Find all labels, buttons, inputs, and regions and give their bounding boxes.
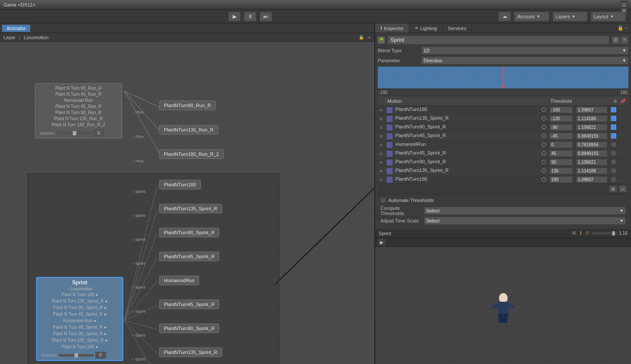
motion-value-cell[interactable]: 1.09607 bbox=[574, 106, 609, 115]
services-tab[interactable]: Services bbox=[443, 24, 472, 33]
node-plantturn90-run[interactable]: PlantNTurn90_Run_R bbox=[159, 101, 216, 110]
motion-circle[interactable] bbox=[542, 108, 546, 112]
motion-name-cell[interactable]: PlantNTurn135_Sprint_R bbox=[385, 115, 540, 123]
inspector-tab[interactable]: ℹ Inspector bbox=[375, 24, 409, 33]
sprint-node-7[interactable]: PlantNTurn90_Sprint_R bbox=[159, 324, 219, 333]
motion-speed-value[interactable]: 1.106621 bbox=[576, 124, 607, 131]
motion-threshold-cell[interactable]: -90 bbox=[548, 123, 574, 132]
compute-thresholds-dropdown[interactable]: Select ▼ bbox=[424, 207, 626, 215]
motion-check-cell[interactable] bbox=[609, 132, 628, 141]
motion-table-container[interactable]: Motion Threshold ⚙ 📌 bbox=[378, 97, 628, 184]
motion-circle[interactable] bbox=[542, 151, 546, 155]
table-row[interactable]: = PlantNTurn180 180 1.09607 bbox=[378, 175, 628, 184]
sprint-node-5[interactable]: HumanoidRun bbox=[159, 276, 199, 285]
node-plantturn180-run[interactable]: PlantNTurn180_Run_R_2 bbox=[159, 149, 224, 159]
sprint-node-4[interactable]: PlantNTurn45_Sprint_R bbox=[159, 252, 219, 261]
motion-threshold-value[interactable]: -180 bbox=[550, 107, 573, 113]
motion-check-on[interactable] bbox=[611, 125, 616, 130]
blend-graph[interactable] bbox=[378, 67, 628, 88]
layout-dropdown[interactable]: Layout ▼ bbox=[591, 12, 626, 21]
motion-circle-cell[interactable] bbox=[540, 141, 548, 149]
motion-value-cell[interactable]: 1.09607 bbox=[574, 175, 609, 184]
motion-threshold-value[interactable]: -135 bbox=[550, 115, 573, 122]
inspector-help-btn[interactable]: ? bbox=[621, 36, 628, 44]
motion-circle[interactable] bbox=[542, 116, 546, 121]
direction-slider-sprint[interactable] bbox=[59, 354, 94, 357]
motion-check-cell[interactable] bbox=[609, 123, 628, 132]
motion-check-on[interactable] bbox=[611, 133, 616, 138]
motion-name-cell[interactable]: PlantNTurn45_Sprint_R bbox=[385, 149, 540, 158]
prev-ctrl-walk[interactable]: 🚶 bbox=[578, 231, 584, 236]
motion-check-on[interactable] bbox=[611, 116, 616, 121]
motion-threshold-cell[interactable]: 180 bbox=[548, 175, 574, 184]
animator-canvas[interactable]: Plant N Turn 90_Run_R Plant N Turn 45_Ru… bbox=[0, 42, 374, 364]
motion-threshold-cell[interactable]: 135 bbox=[548, 167, 574, 175]
remove-motion-button[interactable]: − bbox=[619, 185, 627, 192]
table-row[interactable]: = PlantNTurn90_Sprint_R -90 1.106621 bbox=[378, 123, 628, 132]
motion-threshold-value[interactable]: 135 bbox=[550, 168, 573, 174]
motion-speed-value[interactable]: 0.8849155 bbox=[576, 150, 607, 157]
node-plantturn135-run[interactable]: PlantNTurn135_Run_R bbox=[159, 125, 218, 135]
motion-circle[interactable] bbox=[542, 160, 546, 164]
minus-icon[interactable]: − bbox=[367, 34, 371, 41]
motion-name-cell[interactable]: HumanoidRun bbox=[385, 141, 540, 149]
motion-circle-cell[interactable] bbox=[540, 123, 548, 132]
motion-name-cell[interactable]: PlantNTurn135_Sprint_R bbox=[385, 167, 540, 175]
motion-value-cell[interactable]: 1.114186 bbox=[574, 167, 609, 175]
motion-value-cell[interactable]: 1.106621 bbox=[574, 123, 609, 132]
motion-threshold-cell[interactable]: 45 bbox=[548, 149, 574, 158]
motion-value-cell[interactable]: 1.114186 bbox=[574, 115, 609, 123]
sprint-node-8[interactable]: PlantNTurn135_Sprint_R bbox=[159, 347, 222, 357]
layers-dropdown[interactable]: Layers ▼ bbox=[553, 12, 587, 21]
table-row[interactable]: = PlantNTurn135_Sprint_R -135 1.114186 bbox=[378, 115, 628, 123]
blend-type-dropdown[interactable]: 1D ▼ bbox=[421, 47, 628, 54]
motion-threshold-cell[interactable]: -135 bbox=[548, 115, 574, 123]
inspector-menu-btn[interactable]: ☰ bbox=[612, 36, 620, 44]
inspector-lock-button[interactable]: 🔒 − bbox=[614, 25, 631, 31]
motion-speed-value[interactable]: 1.114186 bbox=[576, 168, 607, 174]
sprint-node-1[interactable]: PlantNTurn180 bbox=[159, 180, 201, 189]
add-motion-button[interactable]: + bbox=[609, 185, 617, 192]
parameter-dropdown[interactable]: Direction ▼ bbox=[421, 57, 628, 64]
preview-play-button[interactable]: ▶ bbox=[378, 238, 386, 246]
step-button[interactable]: ⏭ bbox=[260, 12, 272, 21]
motion-circle-cell[interactable] bbox=[540, 175, 548, 184]
motion-threshold-cell[interactable]: -180 bbox=[548, 106, 574, 115]
account-dropdown[interactable]: Account ▼ bbox=[514, 12, 549, 21]
table-row[interactable]: = HumanoidRun 0 0.7616954 bbox=[378, 141, 628, 149]
motion-speed-value[interactable]: 1.114186 bbox=[576, 115, 607, 122]
pause-button[interactable]: ⏸ bbox=[244, 12, 256, 21]
table-row[interactable]: = PlantNTurn45_Sprint_R -45 0.8849155 bbox=[378, 132, 628, 141]
motion-threshold-value[interactable]: 0 bbox=[550, 142, 573, 148]
motion-name-cell[interactable]: PlantNTurn180 bbox=[385, 175, 540, 184]
animator-tab[interactable]: Animator bbox=[2, 24, 31, 32]
motion-check-cell[interactable] bbox=[609, 149, 628, 158]
motion-name-cell[interactable]: PlantNTurn180 bbox=[385, 106, 540, 115]
motion-circle-cell[interactable] bbox=[540, 106, 548, 115]
motion-circle[interactable] bbox=[542, 142, 546, 147]
blend-tree-name[interactable]: Sprint bbox=[387, 36, 609, 44]
motion-circle-cell[interactable] bbox=[540, 115, 548, 123]
adjust-time-scale-dropdown[interactable]: Select ▼ bbox=[424, 217, 626, 225]
maximize-button[interactable]: □ bbox=[621, 2, 628, 8]
prev-ctrl-time[interactable]: ⏱ bbox=[585, 231, 590, 236]
direction-slider-top[interactable] bbox=[57, 132, 92, 135]
table-row[interactable]: = PlantNTurn135_Sprint_R 135 1.114186 bbox=[378, 167, 628, 175]
motion-threshold-cell[interactable]: 90 bbox=[548, 158, 574, 167]
preview-speed-slider[interactable] bbox=[591, 232, 617, 235]
motion-circle[interactable] bbox=[542, 134, 546, 138]
automate-thresholds-checkbox[interactable] bbox=[380, 198, 386, 203]
motion-circle-cell[interactable] bbox=[540, 132, 548, 141]
motion-threshold-value[interactable]: -90 bbox=[550, 124, 573, 131]
motion-check-off[interactable] bbox=[611, 142, 616, 147]
motion-name-cell[interactable]: PlantNTurn90_Sprint_R bbox=[385, 123, 540, 132]
motion-speed-value[interactable]: 1.09607 bbox=[576, 107, 607, 113]
motion-threshold-value[interactable]: 90 bbox=[550, 159, 573, 165]
table-row[interactable]: = PlantNTurn45_Sprint_R 45 0.8849155 bbox=[378, 149, 628, 158]
motion-value-cell[interactable]: 0.7616954 bbox=[574, 141, 609, 149]
lock-icon[interactable]: 🔒 bbox=[359, 35, 364, 40]
motion-check-cell[interactable] bbox=[609, 106, 628, 115]
settings-icon[interactable]: ⚙ bbox=[612, 98, 618, 104]
motion-threshold-value[interactable]: -45 bbox=[550, 133, 573, 139]
motion-speed-value[interactable]: 0.8849155 bbox=[576, 133, 607, 139]
